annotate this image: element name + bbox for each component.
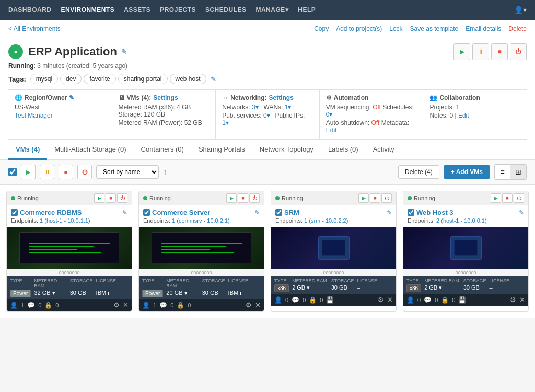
vm-play-btn[interactable]: ▶ (491, 193, 501, 203)
vm-name[interactable]: Commerce Server (152, 209, 210, 216)
vm-users-icon[interactable]: 👤 (274, 296, 282, 304)
vm-messages-icon[interactable]: 💬 (424, 296, 432, 304)
vm-gear-icon[interactable]: ⚙ (246, 301, 252, 309)
env-play-btn[interactable]: ▶ (453, 43, 470, 60)
vm-edit-icon[interactable]: ✎ (254, 209, 260, 216)
vm-disk-icon[interactable]: 💾 (458, 296, 466, 304)
vm-snapshots-icon[interactable]: 🔒 (309, 296, 317, 304)
tags-edit-icon[interactable]: ✎ (211, 75, 216, 83)
tab-activity[interactable]: Activity (366, 140, 402, 160)
email-details-action[interactable]: Email details (466, 25, 501, 32)
sort-select[interactable]: Sort by name Sort by status Sort by type (96, 165, 159, 179)
tag-favorite[interactable]: favorite (84, 74, 115, 84)
notes-edit-link[interactable]: Edit (458, 112, 469, 119)
vm-checkbox[interactable] (275, 209, 282, 216)
vm-stop-btn[interactable]: ■ (106, 193, 116, 203)
vm-close-icon[interactable]: ✕ (255, 301, 261, 309)
vm-ram-val[interactable]: 2 GB ▾ (292, 284, 328, 292)
env-stop-btn[interactable]: ■ (491, 43, 508, 60)
tag-dev[interactable]: dev (60, 74, 82, 84)
back-link[interactable]: All Environments (8, 25, 61, 32)
vm-snapshots-icon[interactable]: 🔒 (177, 302, 184, 309)
delete-action[interactable]: Delete (508, 25, 527, 32)
nav-help[interactable]: HELP (298, 6, 316, 14)
vm-play-btn[interactable]: ▶ (94, 193, 104, 203)
vm-messages-icon[interactable]: 💬 (159, 302, 167, 309)
nav-manage[interactable]: MANAGE▾ (255, 6, 288, 14)
vm-endpoint-link[interactable]: 1 (host-1 - 10.0.1.1) (40, 217, 90, 224)
vms-settings-link[interactable]: Settings (153, 94, 178, 101)
vm-stop-btn[interactable]: ■ (502, 193, 513, 203)
vm-messages-icon[interactable]: 💬 (292, 296, 299, 304)
vm-close-icon[interactable]: ✕ (519, 296, 525, 304)
networking-settings-link[interactable]: Settings (269, 94, 294, 101)
select-all-checkbox[interactable] (8, 168, 17, 176)
grid-view-btn[interactable]: ⊞ (510, 165, 526, 179)
metadata-link[interactable]: Edit (326, 126, 337, 134)
tab-network-topology[interactable]: Network Topology (252, 140, 321, 160)
vm-power-btn[interactable]: ⏻ (249, 193, 260, 203)
vm-endpoint-link[interactable]: 1 (srm - 10.0.2.2) (304, 217, 348, 224)
vm-edit-icon[interactable]: ✎ (122, 209, 127, 216)
tab-sharing-portals[interactable]: Sharing Portals (191, 140, 252, 160)
vm-ram-val[interactable]: 20 GB ▾ (166, 290, 199, 297)
vm-ram-val[interactable]: 2 GB ▾ (424, 284, 460, 292)
tab-labels[interactable]: Labels (0) (321, 140, 366, 160)
vm-users-icon[interactable]: 👤 (10, 302, 18, 309)
add-vms-btn[interactable]: + Add VMs (444, 165, 490, 179)
vm-name[interactable]: SRM (284, 209, 299, 216)
env-edit-icon[interactable]: ✎ (121, 48, 127, 56)
vm-edit-icon[interactable]: ✎ (387, 209, 392, 216)
vm-users-icon[interactable]: 👤 (406, 296, 414, 304)
vm-users-icon[interactable]: 👤 (142, 302, 150, 309)
vm-stop-btn[interactable]: ■ (238, 193, 248, 203)
vm-name[interactable]: Web Host 3 (416, 209, 453, 216)
vm-disk-icon[interactable]: 💾 (326, 296, 334, 304)
nav-dashboard[interactable]: DASHBOARD (8, 6, 52, 14)
vm-checkbox[interactable] (408, 209, 414, 216)
test-manager-link[interactable]: Test Manager (15, 112, 53, 119)
add-to-project-action[interactable]: Add to project(s) (336, 25, 382, 32)
bulk-pause-btn[interactable]: ⏸ (40, 165, 54, 179)
env-power-btn[interactable]: ⏻ (510, 43, 527, 60)
vm-power-btn[interactable]: ⏻ (117, 193, 127, 203)
tag-web-host[interactable]: web host (170, 74, 206, 84)
vm-checkbox[interactable] (143, 209, 150, 216)
delete-vms-btn[interactable]: Delete (4) (398, 165, 439, 179)
vm-power-btn[interactable]: ⏻ (381, 193, 392, 203)
env-pause-btn[interactable]: ⏸ (472, 43, 489, 60)
vm-power-btn[interactable]: ⏻ (514, 193, 524, 203)
tag-mysql[interactable]: mysql (30, 74, 58, 84)
bulk-play-btn[interactable]: ▶ (21, 165, 36, 179)
vm-snapshots-icon[interactable]: 🔒 (441, 296, 449, 304)
vm-checkbox[interactable] (11, 209, 18, 216)
list-view-btn[interactable]: ≡ (495, 165, 510, 179)
vm-play-btn[interactable]: ▶ (358, 193, 369, 203)
vm-play-btn[interactable]: ▶ (226, 193, 237, 203)
copy-action[interactable]: Copy (314, 25, 329, 32)
vm-snapshots-icon[interactable]: 🔒 (44, 302, 52, 309)
vm-gear-icon[interactable]: ⚙ (378, 296, 384, 304)
region-edit-icon[interactable]: ✎ (69, 94, 74, 101)
vm-messages-icon[interactable]: 💬 (27, 302, 35, 309)
nav-projects[interactable]: PROJECTS (160, 6, 196, 14)
vm-endpoint-link[interactable]: 1 (commsrv - 10.0.2.1) (172, 217, 230, 224)
bulk-stop-btn[interactable]: ■ (59, 165, 73, 179)
tab-vms[interactable]: VMs (4) (8, 140, 47, 160)
nav-assets[interactable]: ASSETS (124, 6, 150, 14)
vm-stop-btn[interactable]: ■ (370, 193, 380, 203)
vm-close-icon[interactable]: ✕ (123, 301, 129, 309)
vm-name[interactable]: Commerce RDBMS (20, 209, 82, 216)
nav-environments[interactable]: ENVIRONMENTS (61, 6, 115, 14)
vm-gear-icon[interactable]: ⚙ (113, 301, 120, 309)
save-template-action[interactable]: Save as template (410, 25, 459, 32)
sort-asc-icon[interactable]: ↑ (163, 167, 167, 177)
tag-sharing-portal[interactable]: sharing portal (118, 74, 168, 84)
tab-storage[interactable]: Multi-Attach Storage (0) (47, 140, 133, 160)
bulk-power-btn[interactable]: ⏻ (77, 165, 92, 179)
vm-endpoint-link[interactable]: 2 (host-1 - 10.0.0.1) (436, 217, 487, 224)
vm-gear-icon[interactable]: ⚙ (510, 296, 516, 304)
user-menu[interactable]: 👤▾ (514, 6, 527, 14)
tab-containers[interactable]: Containers (0) (134, 140, 191, 160)
vm-ram-val[interactable]: 32 GB ▾ (34, 290, 66, 297)
